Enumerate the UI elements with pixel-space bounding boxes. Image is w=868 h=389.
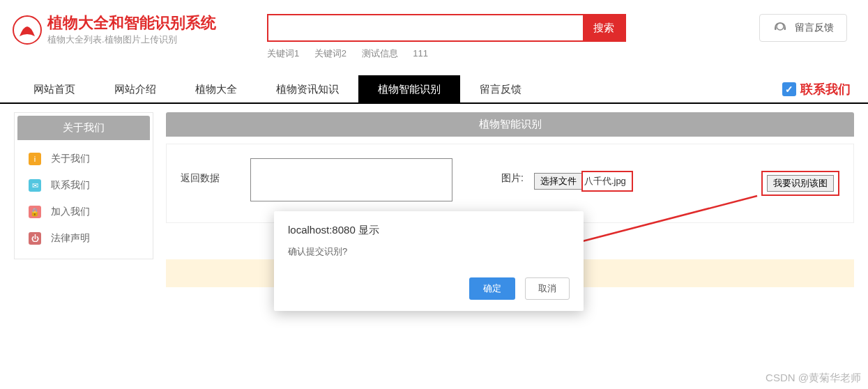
lock-icon: 🔒: [29, 206, 41, 218]
sidebar-item-label: 法律声明: [51, 232, 90, 245]
recognize-button[interactable]: 我要识别该图: [767, 175, 834, 192]
sidebar-item-join[interactable]: 🔒 加入我们: [15, 199, 153, 225]
main-nav: 网站首页 网站介绍 植物大全 植物资讯知识 植物智能识别 留言反馈 ✓ 联系我们: [0, 76, 868, 104]
sidebar-item-label: 联系我们: [51, 179, 90, 192]
search-input[interactable]: [268, 15, 583, 40]
site-title: 植物大全和智能识别系统: [47, 14, 216, 32]
check-icon: ✓: [782, 82, 796, 96]
header: 植物大全和智能识别系统 植物大全列表.植物图片上传识别 搜索 关键词1 关键词2…: [0, 0, 868, 63]
power-icon: ⏻: [29, 232, 41, 245]
sidebar-item-legal[interactable]: ⏻ 法律声明: [15, 225, 153, 252]
feedback-button[interactable]: 留言反馈: [759, 14, 847, 42]
dialog-cancel-button[interactable]: 取消: [525, 277, 570, 300]
keyword-link[interactable]: 111: [413, 48, 428, 59]
keyword-row: 关键词1 关键词2 测试信息 111: [267, 47, 626, 60]
annotation-box-filename: 八千代.jpg: [581, 171, 633, 192]
return-data-label: 返回数据: [181, 158, 240, 185]
svg-point-1: [777, 23, 784, 30]
feedback-area: 留言反馈: [759, 14, 847, 42]
dialog-ok-button[interactable]: 确定: [469, 277, 515, 300]
info-icon: i: [29, 153, 41, 165]
contact-label: 联系我们: [800, 81, 851, 98]
search-area: 搜索 关键词1 关键词2 测试信息 111: [267, 14, 626, 60]
dialog-title: localhost:8080 显示: [288, 224, 570, 237]
nav-item-knowledge[interactable]: 植物资讯知识: [257, 75, 358, 103]
dialog-buttons: 确定 取消: [288, 277, 570, 300]
recognize-group: 我要识别该图: [761, 171, 839, 196]
choose-file-button[interactable]: 选择文件: [534, 173, 583, 190]
search-button[interactable]: 搜索: [583, 15, 625, 40]
selected-file-name: 八千代.jpg: [584, 176, 626, 186]
return-data-textarea[interactable]: [250, 158, 452, 201]
image-label: 图片:: [501, 158, 524, 185]
svg-rect-3: [784, 27, 786, 30]
main-title: 植物智能识别: [166, 112, 854, 137]
brand-logo-icon: [13, 15, 42, 45]
brand-text: 植物大全和智能识别系统 植物大全列表.植物图片上传识别: [47, 14, 216, 46]
brand: 植物大全和智能识别系统 植物大全列表.植物图片上传识别: [13, 14, 267, 46]
search-box: 搜索: [267, 14, 626, 42]
nav-item-feedback[interactable]: 留言反馈: [460, 75, 541, 103]
feedback-label: 留言反馈: [795, 22, 834, 34]
doc-icon: ✉: [29, 179, 41, 192]
nav-item-home[interactable]: 网站首页: [14, 75, 95, 103]
file-group: 选择文件 八千代.jpg: [534, 171, 633, 192]
sidebar-item-contact[interactable]: ✉ 联系我们: [15, 172, 153, 199]
sidebar-title: 关于我们: [17, 116, 150, 140]
sidebar-item-label: 加入我们: [51, 206, 90, 218]
nav-item-about[interactable]: 网站介绍: [95, 75, 176, 103]
nav-item-recognition[interactable]: 植物智能识别: [358, 75, 460, 103]
sidebar-list: i 关于我们 ✉ 联系我们 🔒 加入我们 ⏻ 法律声明: [15, 143, 153, 259]
sidebar-item-label: 关于我们: [51, 153, 90, 165]
keyword-link[interactable]: 关键词1: [267, 48, 299, 59]
sidebar-item-about[interactable]: i 关于我们: [15, 146, 153, 172]
svg-rect-2: [775, 27, 777, 30]
nav-item-plants[interactable]: 植物大全: [176, 75, 257, 103]
watermark: CSDN @黄菊华老师: [766, 372, 861, 385]
site-subtitle: 植物大全列表.植物图片上传识别: [47, 33, 216, 46]
sidebar: 关于我们 i 关于我们 ✉ 联系我们 🔒 加入我们 ⏻ 法律声明: [14, 112, 153, 259]
keyword-link[interactable]: 测试信息: [362, 48, 398, 59]
dialog-message: 确认提交识别?: [288, 245, 570, 258]
confirm-dialog: localhost:8080 显示 确认提交识别? 确定 取消: [274, 211, 584, 311]
annotation-box-recognize: 我要识别该图: [761, 171, 839, 196]
contact-link[interactable]: ✓ 联系我们: [782, 81, 851, 98]
headset-icon: [772, 20, 788, 36]
keyword-link[interactable]: 关键词2: [314, 48, 347, 59]
